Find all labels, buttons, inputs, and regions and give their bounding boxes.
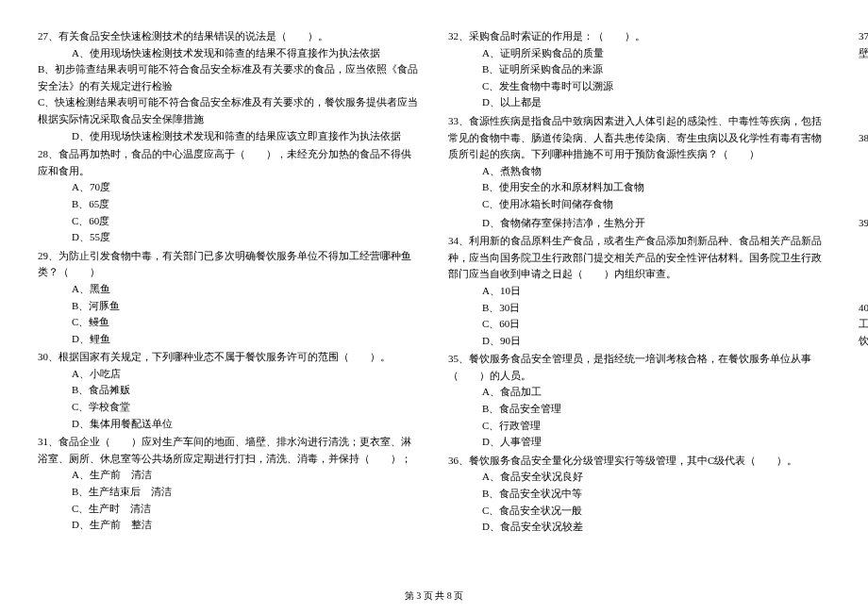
question-text: 35、餐饮服务食品安全管理员，是指经统一培训考核合格，在餐饮服务单位从事（ ）的…: [448, 351, 830, 384]
option-a: A、小吃店: [38, 366, 420, 383]
question-text: 33、食源性疾病是指食品中致病因素进入人体引起的感染性、中毒性等疾病，包括常见的…: [448, 113, 830, 163]
option-c: C、专间墙裙铺设到顶: [859, 264, 868, 281]
option-a: A、使用现场快速检测技术发现和筛查的结果不得直接作为执法依据: [38, 45, 420, 62]
question-text: 34、利用新的食品原料生产食品，或者生产食品添加剂新品种、食品相关产品新品种，应…: [448, 233, 830, 283]
question-39: 39、不符合专间要求的是（ ）。 A、有明沟 B、食品传递窗为开闭式 C、专间墙…: [859, 215, 868, 298]
question-37: 37、库房内应设置数量足够的物品存放架，其结构位置应能使储藏的食品距离墙壁，地面…: [859, 28, 868, 128]
question-text: 38、发现健康检查不合格者，餐饮服务提供者应当（ ）。: [859, 130, 868, 147]
option-a: A、70度: [38, 179, 420, 196]
option-a: A、生产前 清洁: [38, 467, 420, 484]
exam-content: 27、有关食品安全快速检测技术的结果错误的说法是（ ）。 A、使用现场快速检测技…: [38, 28, 830, 575]
question-31: 31、食品企业（ ）应对生产车间的地面、墙壁、排水沟进行清洗；更衣室、淋浴室、厕…: [38, 434, 420, 534]
option-a: A、5: [859, 61, 868, 78]
option-d: D、生产前 整洁: [38, 517, 420, 534]
option-c: C、使用冰箱长时间储存食物: [448, 196, 830, 213]
question-40: 40、餐饮服务食品安全监管部门对重大活动餐饮服务提供者进行资格审核，开展加工制作…: [859, 300, 868, 366]
option-a: A、食品安全状况良好: [448, 469, 830, 486]
option-b: B、生产结束后 清洁: [38, 484, 420, 501]
question-text: 27、有关食品安全快速检测技术的结果错误的说法是（ ）。: [38, 28, 420, 45]
option-c: C、60日: [448, 316, 830, 333]
question-38: 38、发现健康检查不合格者，餐饮服务提供者应当（ ）。 A、立即将其解雇 B、将…: [859, 130, 868, 213]
option-b: B、河豚鱼: [38, 298, 420, 315]
option-c: C、行政管理: [448, 418, 830, 435]
option-d: D、人事管理: [448, 434, 830, 451]
option-a: A、煮熟食物: [448, 163, 830, 180]
question-30: 30、根据国家有关规定，下列哪种业态不属于餐饮服务许可的范围（ ）。 A、小吃店…: [38, 349, 420, 432]
option-d: D、专间门采用易清洗、不吸水的坚固材质，能够自动关闭: [859, 281, 868, 298]
question-35: 35、餐饮服务食品安全管理员，是指经统一培训考核合格，在餐饮服务单位从事（ ）的…: [448, 351, 830, 451]
option-a: A、黑鱼: [38, 281, 420, 298]
option-b: B、30日: [448, 300, 830, 317]
option-a: A、10日: [448, 283, 830, 300]
option-a: A、有明沟: [859, 231, 868, 248]
option-d: D、鲤鱼: [38, 331, 420, 348]
question-text: 29、为防止引发食物中毒，有关部门已多次明确餐饮服务单位不得加工经营哪种鱼类？（…: [38, 248, 420, 281]
option-c: C、隐瞒不报: [859, 179, 868, 196]
option-d: D、90日: [448, 333, 830, 350]
option-c: C、生产时 清洁: [38, 501, 420, 518]
question-text: 30、根据国家有关规定，下列哪种业态不属于餐饮服务许可的范围（ ）。: [38, 349, 420, 366]
option-c: C、发生食物中毒时可以溯源: [448, 78, 830, 95]
option-b: B、将其调整到其他不影响食品安全的工作岗位: [859, 163, 868, 180]
question-34: 34、利用新的食品原料生产食品，或者生产食品添加剂新品种、食品相关产品新品种，应…: [448, 233, 830, 349]
question-36: 36、餐饮服务食品安全量化分级管理实行等级管理，其中C级代表（ ）。 A、食品安…: [448, 453, 830, 536]
option-c: C、学校食堂: [38, 399, 420, 416]
question-text: 31、食品企业（ ）应对生产车间的地面、墙壁、排水沟进行清洗；更衣室、淋浴室、厕…: [38, 434, 420, 467]
option-b: B、证明所采购食品的来源: [448, 61, 830, 78]
option-b: B、食品传递窗为开闭式: [859, 248, 868, 265]
option-c: C、60度: [38, 213, 420, 230]
option-d: D、以上都是: [448, 94, 830, 111]
option-b: B、使用安全的水和原材料加工食物: [448, 179, 830, 196]
option-a: A、证明所采购食品的质量: [448, 45, 830, 62]
option-b: B、食品安全管理: [448, 401, 830, 418]
option-d: D、食物储存室保持洁净，生熟分开: [448, 215, 830, 232]
question-text: 32、采购食品时索证的作用是：（ ）。: [448, 28, 830, 45]
question-text: 39、不符合专间要求的是（ ）。: [859, 215, 868, 232]
option-b: B、食品安全状况中等: [448, 486, 830, 503]
option-d: D、食品安全状况较差: [448, 519, 830, 536]
question-text: 40、餐饮服务食品安全监管部门对重大活动餐饮服务提供者进行资格审核，开展加工制作…: [859, 300, 868, 350]
question-text: 37、库房内应设置数量足够的物品存放架，其结构位置应能使储藏的食品距离墙壁，地面…: [859, 28, 868, 61]
question-32: 32、采购食品时索证的作用是：（ ）。 A、证明所采购食品的质量 B、证明所采购…: [448, 28, 830, 111]
question-28: 28、食品再加热时，食品的中心温度应高于（ ），未经充分加热的食品不得供应和食用…: [38, 146, 420, 246]
option-d: D、集体用餐配送单位: [38, 416, 420, 433]
option-c: C、快速检测结果表明可能不符合食品安全标准及有关要求的，餐饮服务提供者应当根据实…: [38, 94, 420, 127]
option-d: D、20: [859, 111, 868, 128]
option-b: B、65度: [38, 196, 420, 213]
option-d: D、55度: [38, 229, 420, 246]
option-a: A、立即将其解雇: [859, 146, 868, 163]
question-29: 29、为防止引发食物中毒，有关部门已多次明确餐饮服务单位不得加工经营哪种鱼类？（…: [38, 248, 420, 348]
option-b: B、初步筛查结果表明可能不符合食品安全标准及有关要求的食品，应当依照《食品安全法…: [38, 61, 420, 94]
option-d: D、劝其治疗，岗位不变: [859, 196, 868, 213]
question-text: 28、食品再加热时，食品的中心温度应高于（ ），未经充分加热的食品不得供应和食用…: [38, 146, 420, 179]
page-footer: 第 3 页 共 8 页: [0, 588, 868, 604]
option-c: C、鳗鱼: [38, 314, 420, 331]
question-text: 36、餐饮服务食品安全量化分级管理实行等级管理，其中C级代表（ ）。: [448, 453, 830, 470]
option-b: B、15: [859, 78, 868, 95]
option-b: B、食品摊贩: [38, 382, 420, 399]
option-a: A、不能满足接待任务要求的，不能保证食品安全: [859, 349, 868, 366]
question-33: 33、食源性疾病是指食品中致病因素进入人体引起的感染性、中毒性等疾病，包括常见的…: [448, 113, 830, 213]
question-33-cont: D、食物储存室保持洁净，生熟分开: [448, 215, 830, 232]
option-d: D、使用现场快速检测技术发现和筛查的结果应该立即直接作为执法依据: [38, 128, 420, 145]
option-a: A、食品加工: [448, 384, 830, 401]
option-c: C、10: [859, 94, 868, 111]
question-27: 27、有关食品安全快速检测技术的结果错误的说法是（ ）。 A、使用现场快速检测技…: [38, 28, 420, 144]
option-c: C、食品安全状况一般: [448, 503, 830, 520]
